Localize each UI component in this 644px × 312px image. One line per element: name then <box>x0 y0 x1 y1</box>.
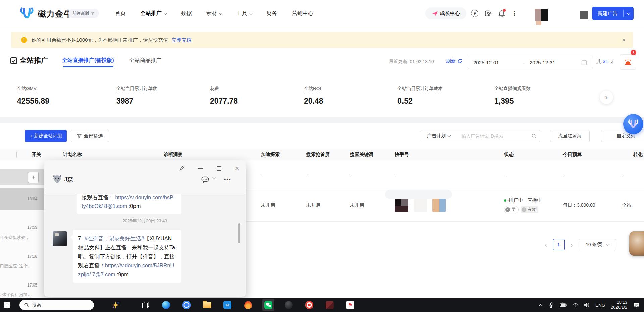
learning-badge: ×学 <box>504 206 519 213</box>
douyin-link[interactable]: 8@1.com <box>104 203 127 209</box>
conversion-cell: 全站 <box>612 202 644 208</box>
close-icon[interactable]: × <box>232 164 242 172</box>
siren-icon <box>624 58 632 66</box>
wifi-icon[interactable] <box>573 303 578 308</box>
date-start-input[interactable]: 2025-12-01 <box>473 60 516 65</box>
paper-plane-icon <box>432 11 438 16</box>
blue-app-icon[interactable] <box>182 301 191 309</box>
new-version-badge[interactable]: 前往新版 <box>68 9 99 18</box>
tray-expand-icon[interactable] <box>538 303 543 307</box>
nav-item-marketing[interactable]: 营销中心 <box>292 10 313 17</box>
new-ad-button[interactable]: 新建广告 <box>592 7 634 20</box>
account-thumbnail[interactable] <box>432 199 446 212</box>
recorder-app-icon[interactable] <box>305 301 314 309</box>
plan-search-input[interactable] <box>461 133 531 139</box>
chat-session[interactable]: 17:05 : 这个保租房加… <box>0 277 45 298</box>
next-page-button[interactable]: › <box>569 241 574 249</box>
task-view-icon[interactable] <box>141 301 150 309</box>
minimize-button[interactable] <box>195 164 205 172</box>
report-edit-icon[interactable] <box>484 10 492 17</box>
tray-time: 18:13 <box>611 300 627 305</box>
page-number-current[interactable]: 1 <box>553 239 565 250</box>
new-plan-button[interactable]: +新建全站计划 <box>25 130 67 142</box>
wolf-avatar[interactable] <box>53 174 62 185</box>
page-size-select[interactable]: 10 条/页 <box>579 239 616 250</box>
sender-avatar[interactable] <box>53 231 67 246</box>
account-avatar-secondary[interactable] <box>580 11 588 19</box>
prev-page-button[interactable]: ‹ <box>543 241 548 249</box>
chat-session-selected[interactable]: 18:04 <box>0 188 45 210</box>
douyin-hashtag[interactable]: #在抖音，记录美好生活# <box>85 236 144 241</box>
date-range-picker[interactable]: 2025-12-01 → 2025-12-31 <box>468 56 593 69</box>
action-center-icon[interactable] <box>633 302 639 308</box>
more-menu-icon[interactable]: ⋮ <box>511 10 518 17</box>
recharge-link[interactable]: 立即充值 <box>171 37 192 43</box>
douyin-link[interactable]: 7@7.com <box>92 272 115 277</box>
flame-app-icon[interactable] <box>244 301 252 309</box>
new-ad-dropdown[interactable] <box>624 12 634 15</box>
account-avatar[interactable] <box>535 9 548 21</box>
plan-type-select[interactable]: 广告计划 <box>421 130 457 142</box>
balance-warning-banner: ! 你的可用余额已不足1000元，为不影响正常推广，请尽快充值 立即充值 × <box>11 32 633 48</box>
floating-assistant-widget[interactable] <box>623 114 643 134</box>
search-icon[interactable] <box>531 133 537 139</box>
tab-live-promotion[interactable]: 全站直播推广(智投版) <box>62 57 114 64</box>
chat-session-list: + 18:04 17:59 年夜疑似吵架， 17:18 口腔医院: 这个… 17… <box>0 169 45 298</box>
chat-window-header: × J森 ••• <box>44 160 246 194</box>
chat-session[interactable]: 17:18 口腔医院: 这个… <box>0 249 45 275</box>
chat-session[interactable]: 17:59 年夜疑似吵架， <box>0 220 45 247</box>
chevron-down-icon[interactable] <box>213 176 215 180</box>
section-divider <box>0 117 644 123</box>
pin-icon[interactable] <box>177 164 187 172</box>
file-explorer-icon[interactable] <box>203 301 211 309</box>
mail-app-icon[interactable]: ✉ <box>223 301 232 309</box>
nav-item-home[interactable]: 首页 <box>115 10 126 17</box>
close-icon[interactable]: × <box>622 36 626 44</box>
account-thumbnail[interactable] <box>395 199 408 212</box>
maroon-app-icon[interactable] <box>325 301 334 309</box>
edge-browser-icon[interactable] <box>162 301 170 309</box>
chat-bubble-menu-icon[interactable] <box>201 176 209 184</box>
balance-icon[interactable]: ¥ <box>471 10 478 17</box>
nav-item-sitewide[interactable]: 全站推广 <box>140 10 167 17</box>
nav-item-data[interactable]: 数据 <box>181 10 192 17</box>
microphone-icon[interactable] <box>549 302 554 308</box>
stats-next-button[interactable]: › <box>600 91 613 104</box>
chat-message: 7- #在抖音，记录美好生活#【XUYUAN精品女鞋】正在直播，来和我一起支持T… <box>73 230 181 283</box>
copilot-icon[interactable] <box>111 301 120 309</box>
nav-item-material[interactable]: 素材 <box>206 10 222 17</box>
start-button[interactable] <box>4 302 10 309</box>
refresh-button[interactable]: 刷新 <box>446 58 462 64</box>
account-thumbnail[interactable] <box>414 199 427 212</box>
nav-item-finance[interactable]: 财务 <box>267 10 277 17</box>
add-chat-button[interactable]: + <box>28 172 39 183</box>
battery-icon[interactable] <box>560 302 567 308</box>
nav-item-tools[interactable]: 工具 <box>236 10 252 17</box>
taskbar-search-box[interactable]: 搜索 <box>19 300 94 310</box>
chevron-down-icon <box>219 11 222 15</box>
filter-button[interactable]: 全部筛选 <box>71 130 109 142</box>
wechat-icon[interactable] <box>264 301 273 309</box>
search-icon <box>24 303 29 307</box>
brand-logo[interactable]: 磁力金牛 <box>19 7 72 21</box>
flag-app-icon[interactable]: ⚑ <box>346 301 355 309</box>
dark-app-icon[interactable] <box>284 301 293 309</box>
date-end-input[interactable]: 2025-12-31 <box>530 60 573 65</box>
last-updated-text: 最近更新: 01-02 18:10 <box>389 59 434 65</box>
alert-siren-button[interactable] <box>620 54 636 70</box>
volume-icon[interactable] <box>584 302 590 308</box>
language-indicator[interactable]: ENG <box>595 303 605 308</box>
clock[interactable]: 18:13 2026/1/2 <box>611 300 627 310</box>
chat-more-menu[interactable]: ••• <box>224 176 231 182</box>
chat-scrollbar[interactable] <box>238 223 240 243</box>
notification-bell-icon[interactable] <box>498 10 505 17</box>
floating-helper-widget[interactable] <box>629 231 644 256</box>
select-all-checkbox[interactable] <box>16 152 17 158</box>
col-status: 状态 <box>501 152 559 158</box>
growth-center-button[interactable]: 成长中心 <box>425 7 466 19</box>
tab-product-promotion[interactable]: 全站商品推广 <box>129 57 161 64</box>
pagination: ‹ 1 › 10 条/页 <box>543 239 616 250</box>
maximize-button[interactable] <box>214 164 224 172</box>
traffic-analysis-button[interactable]: 流量红蓝海 <box>550 130 590 142</box>
budget-cell: 每日：3,000.00 <box>559 202 612 208</box>
